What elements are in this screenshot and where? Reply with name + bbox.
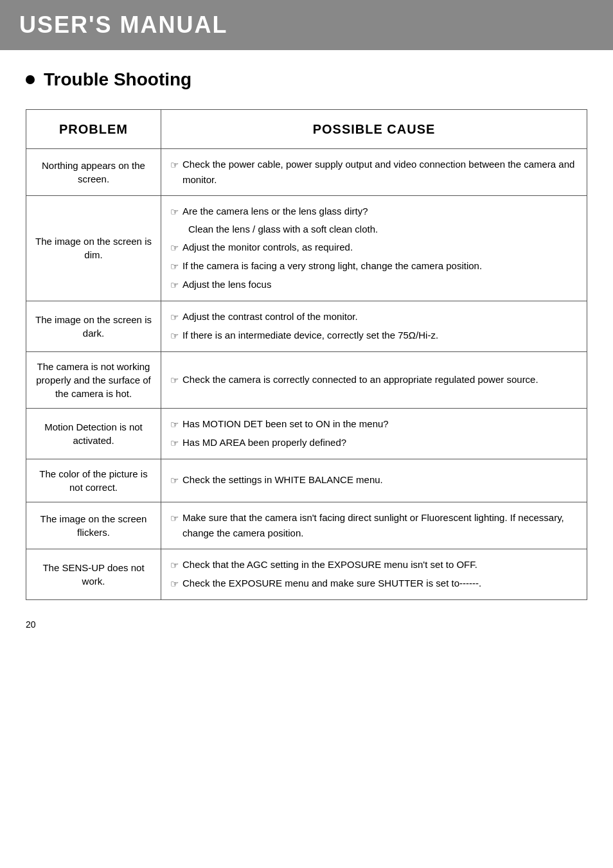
cause-text: Adjust the contrast control of the monit…	[182, 309, 578, 324]
bullet-icon	[26, 75, 35, 84]
cause-text: Make sure that the camera isn't facing d…	[182, 510, 578, 541]
cause-arrow-icon: ☞	[170, 436, 179, 451]
cause-cell: ☞Has MOTION DET been set to ON in the me…	[161, 408, 587, 459]
cause-item: ☞Adjust the contrast control of the moni…	[170, 309, 578, 325]
cause-arrow-icon: ☞	[170, 259, 179, 274]
cause-text: Check that the AGC setting in the EXPOSU…	[182, 557, 578, 572]
cause-text: Adjust the lens focus	[182, 277, 578, 292]
cause-item: ☞If there is an intermediate device, cor…	[170, 328, 578, 344]
cause-text: Check the power cable, power supply outp…	[182, 157, 578, 188]
cause-cell: ☞Check that the AGC setting in the EXPOS…	[161, 549, 587, 599]
table-row: Northing appears on the screen.☞Check th…	[26, 149, 587, 196]
cause-arrow-icon: ☞	[170, 204, 179, 220]
table-row: The SENS-UP does not work.☞Check that th…	[26, 549, 587, 599]
cause-arrow-icon: ☞	[170, 328, 179, 344]
cause-item: ☞Check the EXPOSURE menu and make sure S…	[170, 576, 578, 592]
page-title: USER'S MANUAL	[19, 12, 594, 39]
table-row: Motion Detection is not activated.☞Has M…	[26, 408, 587, 459]
cause-item: ☞Are the camera lens or the lens glass d…	[170, 204, 578, 220]
cause-item: ☞Check the settings in WHITE BALANCE men…	[170, 472, 578, 488]
table-row: The image on the screen is dark.☞Adjust …	[26, 301, 587, 351]
col-header-cause: POSSIBLE CAUSE	[161, 110, 587, 149]
problem-cell: The camera is not working properly and t…	[26, 351, 161, 408]
cause-text: Adjust the monitor controls, as required…	[182, 240, 578, 255]
cause-item: ☞Make sure that the camera isn't facing …	[170, 510, 578, 541]
cause-text: Has MD AREA been properly defined?	[182, 435, 578, 450]
cause-arrow-icon: ☞	[170, 373, 179, 388]
table-row: The camera is not working properly and t…	[26, 351, 587, 408]
header-bar: USER'S MANUAL	[0, 0, 613, 50]
cause-arrow-icon: ☞	[170, 278, 179, 293]
cause-cell: ☞Adjust the contrast control of the moni…	[161, 301, 587, 351]
cause-indent-text: Clean the lens / glass with a soft clean…	[188, 222, 578, 237]
col-header-problem: PROBLEM	[26, 110, 161, 149]
table-row: The color of the picture is not correct.…	[26, 459, 587, 502]
cause-arrow-icon: ☞	[170, 558, 179, 573]
cause-text: Has MOTION DET been set to ON in the men…	[182, 416, 578, 432]
problem-cell: The image on the screen is dim.	[26, 196, 161, 301]
problem-cell: The SENS-UP does not work.	[26, 549, 161, 599]
table-row: The image on the screen flickers.☞Make s…	[26, 502, 587, 549]
cause-text: Check the camera is correctly connected …	[182, 372, 578, 387]
table-row: The image on the screen is dim.☞Are the …	[26, 196, 587, 301]
cause-cell: ☞Are the camera lens or the lens glass d…	[161, 196, 587, 301]
problem-cell: The color of the picture is not correct.	[26, 459, 161, 502]
cause-text: Check the settings in WHITE BALANCE menu…	[182, 472, 578, 488]
cause-item: ☞Check that the AGC setting in the EXPOS…	[170, 557, 578, 573]
cause-item: ☞If the camera is facing a very strong l…	[170, 258, 578, 274]
cause-text: Are the camera lens or the lens glass di…	[182, 204, 578, 219]
section-title-text: Trouble Shooting	[44, 69, 191, 90]
section-title: Trouble Shooting	[26, 69, 587, 90]
cause-arrow-icon: ☞	[170, 511, 179, 526]
cause-arrow-icon: ☞	[170, 240, 179, 256]
cause-cell: ☞Make sure that the camera isn't facing …	[161, 502, 587, 549]
problem-cell: The image on the screen flickers.	[26, 502, 161, 549]
page-content: Trouble Shooting PROBLEM POSSIBLE CAUSE …	[0, 69, 613, 655]
cause-arrow-icon: ☞	[170, 157, 179, 173]
cause-text: If the camera is facing a very strong li…	[182, 258, 578, 274]
cause-item: ☞Adjust the monitor controls, as require…	[170, 240, 578, 256]
problem-cell: Northing appears on the screen.	[26, 149, 161, 196]
trouble-shooting-table: PROBLEM POSSIBLE CAUSE Northing appears …	[26, 109, 587, 600]
page-number: 20	[26, 619, 587, 630]
cause-arrow-icon: ☞	[170, 473, 179, 488]
cause-text: If there is an intermediate device, corr…	[182, 328, 578, 343]
cause-cell: ☞Check the settings in WHITE BALANCE men…	[161, 459, 587, 502]
cause-arrow-icon: ☞	[170, 576, 179, 592]
cause-cell: ☞Check the camera is correctly connected…	[161, 351, 587, 408]
cause-item: ☞Has MOTION DET been set to ON in the me…	[170, 416, 578, 432]
problem-cell: The image on the screen is dark.	[26, 301, 161, 351]
cause-item: ☞Check the power cable, power supply out…	[170, 157, 578, 188]
cause-item: ☞Has MD AREA been properly defined?	[170, 435, 578, 451]
cause-cell: ☞Check the power cable, power supply out…	[161, 149, 587, 196]
cause-arrow-icon: ☞	[170, 310, 179, 325]
problem-cell: Motion Detection is not activated.	[26, 408, 161, 459]
cause-text: Check the EXPOSURE menu and make sure SH…	[182, 576, 578, 591]
cause-item: ☞Check the camera is correctly connected…	[170, 372, 578, 388]
cause-item: ☞Adjust the lens focus	[170, 277, 578, 293]
cause-arrow-icon: ☞	[170, 417, 179, 432]
